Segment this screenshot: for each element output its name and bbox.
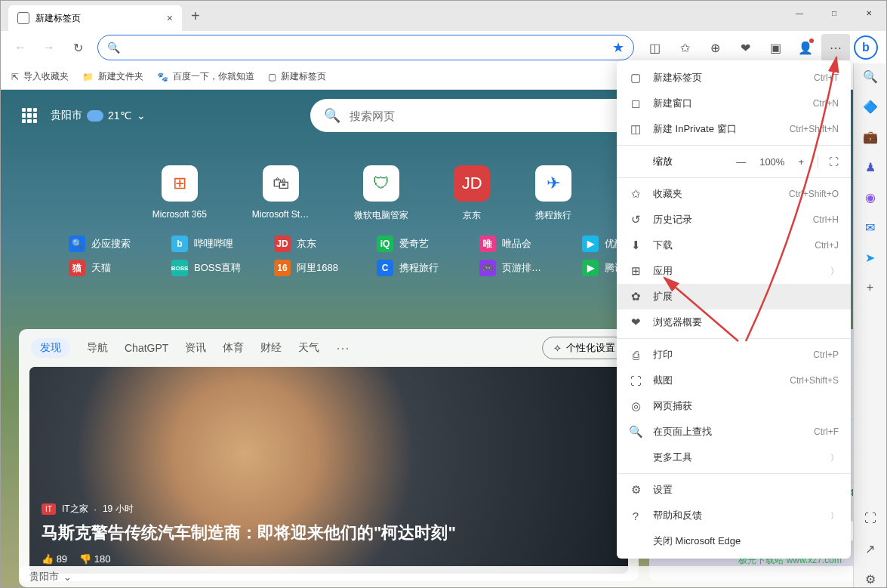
menu-history[interactable]: ↺历史记录Ctrl+H: [617, 207, 851, 232]
maximize-button[interactable]: □: [817, 1, 852, 25]
fullscreen-button[interactable]: ⛶: [818, 156, 839, 168]
bing-button[interactable]: b: [852, 34, 880, 61]
tab-title: 新建标签页: [35, 12, 161, 25]
feed-tabs: 发现导航ChatGPT资讯体育财经天气⋯✧个性化设置: [19, 329, 639, 367]
menu-close-edge[interactable]: 关闭 Microsoft Edge: [617, 528, 851, 554]
new-window-icon: ◻: [629, 97, 642, 110]
personalize-button[interactable]: ✧个性化设置: [542, 337, 627, 359]
sidebar-search-icon[interactable]: 🔍: [862, 68, 879, 85]
quick-link[interactable]: 🔍必应搜索: [69, 236, 144, 252]
sidebar-external-icon[interactable]: ↗: [862, 540, 879, 557]
bookmark-baidu[interactable]: 🐾百度一下，你就知道: [157, 70, 254, 83]
more-menu-button[interactable]: ⋯: [821, 34, 850, 61]
help-icon: ?: [629, 509, 642, 522]
link-icon: 🎮: [479, 260, 496, 276]
performance-icon[interactable]: ❤: [731, 34, 759, 61]
quick-link[interactable]: 🎮页游排…: [479, 260, 555, 276]
refresh-button[interactable]: ↻: [64, 34, 91, 61]
menu-inprivate[interactable]: ◫新建 InPrivate 窗口Ctrl+Shift+N: [617, 116, 851, 142]
tile-icon: 🛍: [263, 165, 299, 202]
bookmark-folder[interactable]: 📁新建文件夹: [82, 70, 143, 83]
quick-link[interactable]: BOSSBOSS直聘: [171, 260, 247, 276]
close-window-button[interactable]: ✕: [852, 1, 886, 25]
menu-favorites[interactable]: ✩收藏夹Ctrl+Shift+O: [617, 181, 851, 207]
bottom-weather-strip[interactable]: 贵阳市⌄: [19, 566, 868, 587]
menu-more-tools[interactable]: 更多工具〉: [617, 445, 851, 470]
sidebar-send-icon[interactable]: ➤: [862, 249, 879, 266]
feed-tab[interactable]: 资讯: [185, 341, 206, 355]
minimize-button[interactable]: —: [782, 1, 817, 25]
sidebar-settings-icon[interactable]: ⚙: [862, 571, 879, 587]
sidebar-shopping-icon[interactable]: 💼: [862, 128, 879, 145]
feed-tab[interactable]: 财经: [260, 341, 282, 355]
favorite-star-icon[interactable]: ★: [612, 39, 624, 56]
like-button[interactable]: 👍 89: [42, 553, 67, 565]
sidebar-outlook-icon[interactable]: ✉: [862, 219, 879, 236]
split-screen-icon[interactable]: ◫: [640, 34, 669, 61]
bookmark-newtab[interactable]: ▢新建标签页: [268, 70, 326, 83]
zoom-in-button[interactable]: +: [798, 156, 804, 168]
forward-button[interactable]: →: [35, 34, 63, 61]
feed-tab[interactable]: 发现: [31, 338, 70, 358]
collections-icon[interactable]: ⊕: [701, 34, 729, 61]
profile-icon[interactable]: 👤: [791, 34, 820, 61]
tile-label: 微软电脑管家: [354, 209, 408, 222]
apps-launcher-icon[interactable]: [22, 108, 37, 123]
sidebar-copilot-icon[interactable]: ◉: [862, 189, 879, 205]
link-label: 爱奇艺: [399, 237, 429, 251]
feed-tab[interactable]: 导航: [87, 341, 108, 355]
menu-find[interactable]: 🔍在页面上查找Ctrl+F: [617, 419, 851, 445]
sidebar-games-icon[interactable]: ♟: [862, 159, 879, 175]
download-icon: ⬇: [629, 239, 642, 252]
sidebar-add-icon[interactable]: +: [862, 279, 879, 296]
quick-link[interactable]: 猫天猫: [69, 260, 144, 276]
menu-settings[interactable]: ⚙设置: [617, 477, 851, 503]
menu-new-tab[interactable]: ▢新建标签页Ctrl+T: [617, 65, 851, 91]
sidebar-screenshot-icon[interactable]: ⛶: [862, 510, 879, 527]
close-tab-icon[interactable]: ×: [167, 12, 173, 24]
featured-article[interactable]: IT IT之家·19 小时 马斯克警告传统汽车制造商：即将迎来他们的"柯达时刻"…: [29, 367, 628, 574]
weather-city: 贵阳市: [51, 109, 82, 122]
quick-link[interactable]: JD京东: [274, 236, 350, 252]
link-label: 页游排…: [502, 261, 541, 275]
feed-tab[interactable]: 天气: [298, 341, 319, 355]
favorites-icon[interactable]: ✩: [670, 34, 699, 61]
feed-tab[interactable]: ChatGPT: [125, 342, 168, 354]
menu-extensions[interactable]: ✿扩展: [617, 284, 851, 309]
quick-tile[interactable]: JD京东: [454, 165, 490, 222]
menu-screenshot[interactable]: ⛶截图Ctrl+Shift+S: [617, 368, 851, 393]
back-button[interactable]: ←: [7, 34, 34, 61]
quick-link[interactable]: b哔哩哔哩: [171, 236, 247, 252]
quick-link[interactable]: 16阿里1688: [274, 260, 350, 276]
apps-icon: ⊞: [629, 264, 642, 278]
feed-tab[interactable]: 体育: [223, 341, 244, 355]
quick-link[interactable]: iQ爱奇艺: [377, 236, 452, 252]
dislike-button[interactable]: 👎 180: [79, 553, 110, 565]
import-icon: ⇱: [11, 72, 19, 82]
menu-apps[interactable]: ⊞应用〉: [617, 258, 851, 284]
quick-tile[interactable]: 🛍Microsoft St…: [252, 165, 309, 222]
app-icon[interactable]: ▣: [761, 34, 790, 61]
menu-new-window[interactable]: ◻新建窗口Ctrl+N: [617, 91, 851, 116]
menu-downloads[interactable]: ⬇下载Ctrl+J: [617, 232, 851, 258]
quick-link[interactable]: C携程旅行: [377, 260, 452, 276]
bookmark-import[interactable]: ⇱导入收藏夹: [11, 70, 69, 83]
link-label: 京东: [297, 237, 316, 251]
sidebar-tools-icon[interactable]: 🔷: [862, 98, 879, 115]
feed-panel: 发现导航ChatGPT资讯体育财经天气⋯✧个性化设置 IT IT之家·19 小时…: [19, 329, 639, 581]
weather-widget[interactable]: 贵阳市 21℃ ⌄: [51, 109, 146, 122]
quick-tile[interactable]: ⊞Microsoft 365: [152, 165, 207, 222]
article-source: IT IT之家·19 小时: [42, 503, 616, 516]
address-bar[interactable]: 🔍 ★: [97, 35, 634, 60]
menu-browser-essentials[interactable]: ❤浏览器概要: [617, 309, 851, 335]
menu-print[interactable]: ⎙打印Ctrl+P: [617, 342, 851, 368]
quick-tile[interactable]: 🛡微软电脑管家: [354, 165, 408, 222]
new-tab-button[interactable]: +: [191, 8, 200, 25]
quick-link[interactable]: 唯唯品会: [479, 236, 555, 252]
menu-web-capture[interactable]: ◎网页捕获: [617, 393, 851, 419]
zoom-out-button[interactable]: —: [736, 156, 746, 168]
menu-help[interactable]: ?帮助和反馈〉: [617, 503, 851, 528]
feed-more-icon[interactable]: ⋯: [336, 340, 350, 356]
quick-tile[interactable]: ✈携程旅行: [535, 165, 571, 222]
browser-tab[interactable]: 新建标签页 ×: [8, 5, 182, 31]
